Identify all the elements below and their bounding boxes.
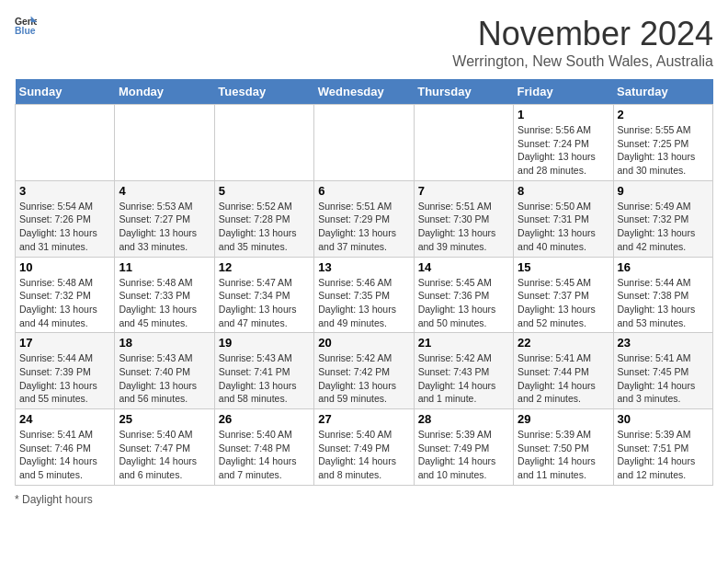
day-number: 23 xyxy=(618,336,709,350)
calendar-header-saturday: Saturday xyxy=(613,79,712,105)
day-number: 5 xyxy=(219,184,310,198)
day-info: Sunrise: 5:39 AM Sunset: 7:51 PM Dayligh… xyxy=(618,428,709,482)
day-number: 24 xyxy=(19,412,110,426)
day-info: Sunrise: 5:51 AM Sunset: 7:30 PM Dayligh… xyxy=(418,200,509,254)
day-info: Sunrise: 5:44 AM Sunset: 7:39 PM Dayligh… xyxy=(19,351,110,406)
day-info: Sunrise: 5:53 AM Sunset: 7:27 PM Dayligh… xyxy=(119,200,210,254)
calendar-cell: 30Sunrise: 5:39 AM Sunset: 7:51 PM Dayli… xyxy=(613,409,712,486)
day-info: Sunrise: 5:51 AM Sunset: 7:29 PM Dayligh… xyxy=(318,200,409,254)
calendar-cell: 27Sunrise: 5:40 AM Sunset: 7:49 PM Dayli… xyxy=(314,409,414,486)
calendar-cell: 13Sunrise: 5:46 AM Sunset: 7:35 PM Dayli… xyxy=(314,257,414,333)
day-number: 25 xyxy=(119,412,210,426)
day-info: Sunrise: 5:45 AM Sunset: 7:37 PM Dayligh… xyxy=(518,276,609,330)
header: General Blue November 2024 Werrington, N… xyxy=(15,15,713,70)
day-number: 19 xyxy=(219,336,310,350)
day-number: 21 xyxy=(418,336,509,350)
day-number: 14 xyxy=(418,260,509,274)
calendar-week-1: 1Sunrise: 5:56 AM Sunset: 7:24 PM Daylig… xyxy=(16,105,713,181)
day-info: Sunrise: 5:41 AM Sunset: 7:46 PM Dayligh… xyxy=(19,428,110,482)
calendar-cell xyxy=(16,105,115,181)
day-number: 18 xyxy=(119,336,210,350)
calendar-header-wednesday: Wednesday xyxy=(314,79,414,105)
title-area: November 2024 Werrington, New South Wale… xyxy=(452,15,713,70)
logo-icon: General Blue xyxy=(15,15,37,37)
day-info: Sunrise: 5:41 AM Sunset: 7:44 PM Dayligh… xyxy=(518,351,609,406)
footer-note: * Daylight hours xyxy=(15,493,713,506)
day-info: Sunrise: 5:52 AM Sunset: 7:28 PM Dayligh… xyxy=(219,200,310,254)
calendar-cell: 5Sunrise: 5:52 AM Sunset: 7:28 PM Daylig… xyxy=(214,180,313,257)
calendar-header-sunday: Sunday xyxy=(16,79,115,105)
calendar-cell: 21Sunrise: 5:42 AM Sunset: 7:43 PM Dayli… xyxy=(414,333,513,409)
day-info: Sunrise: 5:48 AM Sunset: 7:32 PM Dayligh… xyxy=(19,276,110,330)
logo: General Blue xyxy=(15,15,37,37)
calendar-cell: 9Sunrise: 5:49 AM Sunset: 7:32 PM Daylig… xyxy=(613,180,712,257)
subtitle: Werrington, New South Wales, Australia xyxy=(452,53,713,70)
calendar-cell: 12Sunrise: 5:47 AM Sunset: 7:34 PM Dayli… xyxy=(214,257,313,333)
day-number: 4 xyxy=(119,184,210,198)
day-number: 27 xyxy=(318,412,409,426)
calendar-cell xyxy=(115,105,214,181)
calendar-cell: 11Sunrise: 5:48 AM Sunset: 7:33 PM Dayli… xyxy=(115,257,214,333)
day-number: 30 xyxy=(618,412,709,426)
day-number: 10 xyxy=(19,260,110,274)
day-number: 26 xyxy=(219,412,310,426)
day-number: 13 xyxy=(318,260,409,274)
calendar-cell xyxy=(214,105,313,181)
day-number: 1 xyxy=(518,108,609,121)
calendar-cell: 18Sunrise: 5:43 AM Sunset: 7:40 PM Dayli… xyxy=(115,333,214,409)
day-info: Sunrise: 5:40 AM Sunset: 7:48 PM Dayligh… xyxy=(219,428,310,482)
day-info: Sunrise: 5:56 AM Sunset: 7:24 PM Dayligh… xyxy=(518,123,609,178)
calendar-header-row: SundayMondayTuesdayWednesdayThursdayFrid… xyxy=(16,79,713,105)
calendar-cell: 3Sunrise: 5:54 AM Sunset: 7:26 PM Daylig… xyxy=(16,180,115,257)
calendar-cell: 15Sunrise: 5:45 AM Sunset: 7:37 PM Dayli… xyxy=(514,257,613,333)
day-info: Sunrise: 5:45 AM Sunset: 7:36 PM Dayligh… xyxy=(418,276,509,330)
day-number: 28 xyxy=(418,412,509,426)
day-info: Sunrise: 5:40 AM Sunset: 7:49 PM Dayligh… xyxy=(318,428,409,482)
calendar-cell: 4Sunrise: 5:53 AM Sunset: 7:27 PM Daylig… xyxy=(115,180,214,257)
calendar-cell: 22Sunrise: 5:41 AM Sunset: 7:44 PM Dayli… xyxy=(514,333,613,409)
calendar-cell: 10Sunrise: 5:48 AM Sunset: 7:32 PM Dayli… xyxy=(16,257,115,333)
day-number: 7 xyxy=(418,184,509,198)
calendar-header-thursday: Thursday xyxy=(414,79,513,105)
calendar-cell xyxy=(314,105,414,181)
day-number: 3 xyxy=(19,184,110,198)
day-number: 17 xyxy=(19,336,110,350)
day-info: Sunrise: 5:46 AM Sunset: 7:35 PM Dayligh… xyxy=(318,276,409,330)
day-info: Sunrise: 5:42 AM Sunset: 7:43 PM Dayligh… xyxy=(418,351,509,406)
calendar-cell: 24Sunrise: 5:41 AM Sunset: 7:46 PM Dayli… xyxy=(16,409,115,486)
day-number: 20 xyxy=(318,336,409,350)
calendar-cell: 23Sunrise: 5:41 AM Sunset: 7:45 PM Dayli… xyxy=(613,333,712,409)
day-info: Sunrise: 5:48 AM Sunset: 7:33 PM Dayligh… xyxy=(119,276,210,330)
day-number: 16 xyxy=(618,260,709,274)
calendar-header-tuesday: Tuesday xyxy=(214,79,313,105)
day-info: Sunrise: 5:42 AM Sunset: 7:42 PM Dayligh… xyxy=(318,351,409,406)
calendar-cell: 7Sunrise: 5:51 AM Sunset: 7:30 PM Daylig… xyxy=(414,180,513,257)
calendar: SundayMondayTuesdayWednesdayThursdayFrid… xyxy=(15,79,713,486)
day-number: 12 xyxy=(219,260,310,274)
day-info: Sunrise: 5:44 AM Sunset: 7:38 PM Dayligh… xyxy=(618,276,709,330)
calendar-cell: 1Sunrise: 5:56 AM Sunset: 7:24 PM Daylig… xyxy=(514,105,613,181)
day-number: 15 xyxy=(518,260,609,274)
calendar-cell: 8Sunrise: 5:50 AM Sunset: 7:31 PM Daylig… xyxy=(514,180,613,257)
calendar-cell: 20Sunrise: 5:42 AM Sunset: 7:42 PM Dayli… xyxy=(314,333,414,409)
svg-text:Blue: Blue xyxy=(15,26,36,36)
main-title: November 2024 xyxy=(452,15,713,53)
day-number: 22 xyxy=(518,336,609,350)
calendar-week-3: 10Sunrise: 5:48 AM Sunset: 7:32 PM Dayli… xyxy=(16,257,713,333)
day-info: Sunrise: 5:55 AM Sunset: 7:25 PM Dayligh… xyxy=(618,123,709,178)
calendar-cell xyxy=(414,105,513,181)
day-number: 2 xyxy=(618,108,709,121)
day-info: Sunrise: 5:40 AM Sunset: 7:47 PM Dayligh… xyxy=(119,428,210,482)
calendar-cell: 19Sunrise: 5:43 AM Sunset: 7:41 PM Dayli… xyxy=(214,333,313,409)
day-info: Sunrise: 5:43 AM Sunset: 7:41 PM Dayligh… xyxy=(219,351,310,406)
calendar-cell: 6Sunrise: 5:51 AM Sunset: 7:29 PM Daylig… xyxy=(314,180,414,257)
day-number: 9 xyxy=(618,184,709,198)
day-info: Sunrise: 5:47 AM Sunset: 7:34 PM Dayligh… xyxy=(219,276,310,330)
calendar-week-2: 3Sunrise: 5:54 AM Sunset: 7:26 PM Daylig… xyxy=(16,180,713,257)
calendar-cell: 16Sunrise: 5:44 AM Sunset: 7:38 PM Dayli… xyxy=(613,257,712,333)
calendar-cell: 17Sunrise: 5:44 AM Sunset: 7:39 PM Dayli… xyxy=(16,333,115,409)
calendar-header-monday: Monday xyxy=(115,79,214,105)
calendar-cell: 26Sunrise: 5:40 AM Sunset: 7:48 PM Dayli… xyxy=(214,409,313,486)
day-number: 6 xyxy=(318,184,409,198)
calendar-cell: 14Sunrise: 5:45 AM Sunset: 7:36 PM Dayli… xyxy=(414,257,513,333)
